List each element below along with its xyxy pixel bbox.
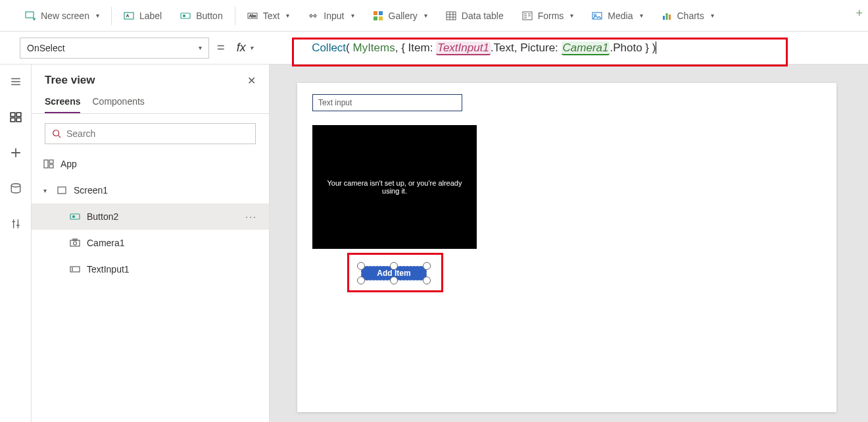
text-icon: Abc <box>247 11 258 21</box>
tree-list: App ▾ Screen1 Button2 ··· Camer <box>32 151 269 422</box>
chevron-down-icon: ▾ <box>250 44 253 51</box>
resize-handle[interactable] <box>390 262 398 270</box>
svg-point-32 <box>74 242 77 245</box>
tree-item-button2[interactable]: Button2 ··· <box>32 203 269 230</box>
button-icon <box>180 11 191 21</box>
resize-handle[interactable] <box>390 277 398 284</box>
svg-point-24 <box>53 130 59 136</box>
app-icon <box>43 159 54 169</box>
fx-button[interactable]: fx ▾ <box>233 41 257 55</box>
screen-icon <box>57 185 67 196</box>
media-icon <box>592 11 602 21</box>
tree-item-label: Camera1 <box>87 238 125 248</box>
gallery-label: Gallery <box>389 11 418 21</box>
svg-rect-31 <box>70 240 80 246</box>
text-menu[interactable]: Abc Text ▾ <box>238 0 299 31</box>
svg-point-6 <box>310 14 312 16</box>
left-rail <box>0 65 32 422</box>
rail-tools-button[interactable] <box>7 216 25 232</box>
tree-item-screen1[interactable]: ▾ Screen1 <box>32 177 269 203</box>
forms-label: Forms <box>538 11 564 21</box>
chevron-down-icon: ▾ <box>96 12 99 19</box>
fx-label: fx <box>237 41 246 55</box>
ribbon-separator <box>235 7 235 25</box>
chevron-down-icon: ▾ <box>351 12 354 19</box>
rail-insert-button[interactable] <box>7 145 25 161</box>
svg-rect-0 <box>26 12 34 18</box>
data-table-button[interactable]: Data table <box>437 0 513 31</box>
new-screen-label: New screen <box>41 11 89 21</box>
gallery-menu[interactable]: Gallery ▾ <box>364 0 437 31</box>
charts-menu[interactable]: Charts ▾ <box>652 0 723 31</box>
tree-item-label: Screen1 <box>74 185 108 196</box>
forms-menu[interactable]: Forms ▾ <box>513 0 583 31</box>
search-icon <box>52 129 61 138</box>
input-label: Input <box>324 11 344 21</box>
resize-handle[interactable] <box>423 277 431 284</box>
tree-item-label: App <box>60 159 77 169</box>
tree-search[interactable] <box>45 123 256 144</box>
resize-handle[interactable] <box>357 277 365 284</box>
rail-hamburger-button[interactable] <box>7 74 25 90</box>
textinput-icon <box>70 264 80 275</box>
chevron-down-icon: ▾ <box>640 12 643 19</box>
button-highlight-box: Add Item <box>347 253 443 292</box>
textinput-control[interactable]: Text input <box>312 94 462 111</box>
rail-data-button[interactable] <box>7 180 25 196</box>
close-icon[interactable]: ✕ <box>247 74 256 87</box>
ribbon-toolbar: New screen ▾ Label Button Abc Text ▾ Inp… <box>0 0 868 32</box>
svg-rect-8 <box>374 11 377 15</box>
button-button[interactable]: Button <box>171 0 231 31</box>
svg-rect-1 <box>124 13 133 19</box>
svg-rect-28 <box>58 187 66 194</box>
label-button[interactable]: Label <box>114 0 171 31</box>
text-label: Text <box>263 11 280 21</box>
camera-icon <box>70 238 80 248</box>
new-screen-icon <box>25 11 36 21</box>
charts-icon <box>662 11 672 21</box>
tree-title: Tree view <box>45 74 95 87</box>
chevron-down-icon: ▾ <box>286 12 289 19</box>
svg-rect-10 <box>374 16 377 20</box>
tab-components[interactable]: Components <box>92 92 144 113</box>
tree-item-label: Button2 <box>87 211 118 222</box>
svg-rect-17 <box>665 13 667 20</box>
property-selector[interactable]: OnSelect ▾ <box>20 38 209 59</box>
chevron-down-icon: ▾ <box>570 12 573 19</box>
tab-screens[interactable]: Screens <box>45 92 80 113</box>
textinput-placeholder: Text input <box>318 98 352 107</box>
tree-item-camera1[interactable]: Camera1 <box>32 230 269 256</box>
media-label: Media <box>608 11 633 21</box>
resize-handle[interactable] <box>423 262 431 270</box>
svg-text:Abc: Abc <box>249 14 256 18</box>
equals-sign: = <box>217 40 225 55</box>
search-input[interactable] <box>66 128 249 139</box>
svg-rect-21 <box>16 113 21 117</box>
rail-tree-view-button[interactable] <box>7 109 25 125</box>
chevron-down-icon: ▾ <box>43 187 50 194</box>
svg-point-30 <box>73 216 75 218</box>
input-icon <box>308 11 318 21</box>
camera-message: Your camera isn't set up, or you're alre… <box>320 179 469 195</box>
svg-rect-20 <box>11 118 15 122</box>
svg-rect-26 <box>49 160 53 163</box>
add-control-icon[interactable]: + <box>856 7 863 20</box>
svg-rect-27 <box>49 165 53 168</box>
design-canvas[interactable]: Text input Your camera isn't set up, or … <box>297 83 836 412</box>
more-icon[interactable]: ··· <box>245 211 257 222</box>
chevron-down-icon: ▾ <box>424 12 427 19</box>
data-table-label: Data table <box>462 11 504 21</box>
media-menu[interactable]: Media ▾ <box>583 0 652 31</box>
button-text: Button <box>196 11 222 21</box>
resize-handle[interactable] <box>357 262 365 270</box>
chevron-down-icon: ▾ <box>199 44 202 51</box>
svg-rect-22 <box>16 118 21 122</box>
formula-input[interactable]: Collect( MyItems, { Item: TextInput1.Tex… <box>265 36 868 60</box>
svg-rect-33 <box>73 239 77 240</box>
tree-item-app[interactable]: App <box>32 151 269 177</box>
tree-item-textinput1[interactable]: TextInput1 <box>32 256 269 282</box>
new-screen-button[interactable]: New screen ▾ <box>16 0 108 31</box>
property-name: OnSelect <box>27 43 65 53</box>
camera-control[interactable]: Your camera isn't set up, or you're alre… <box>312 125 477 249</box>
input-menu[interactable]: Input ▾ <box>299 0 363 31</box>
